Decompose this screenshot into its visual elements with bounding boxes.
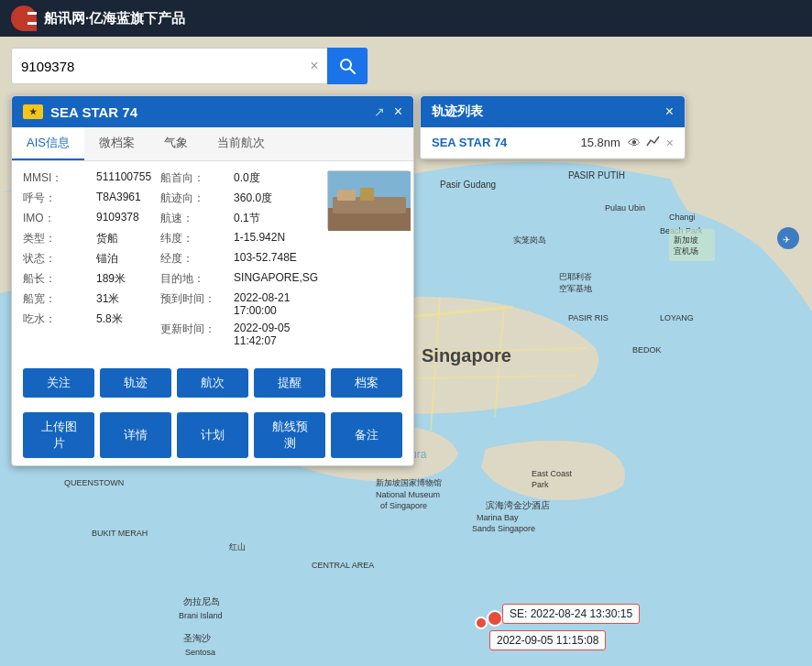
tab-micro-profile[interactable]: 微档案 <box>84 127 149 160</box>
search-input[interactable] <box>12 59 302 74</box>
svg-text:LOYANG: LOYANG <box>660 313 694 322</box>
search-button[interactable] <box>327 48 368 84</box>
svg-line-53 <box>350 69 355 73</box>
heading-label: 船首向： <box>160 170 234 186</box>
search-clear-button[interactable]: × <box>302 53 327 79</box>
length-label: 船长： <box>23 271 96 287</box>
heading-value: 0.0度 <box>234 170 260 186</box>
svg-text:PASIR RIS: PASIR RIS <box>568 313 609 322</box>
follow-button[interactable]: 关注 <box>23 368 94 398</box>
svg-text:PASIR PUTIH: PASIR PUTIH <box>568 170 625 180</box>
length-value: 189米 <box>96 271 126 287</box>
status-label: 状态： <box>23 251 96 267</box>
svg-text:East Coast: East Coast <box>532 469 573 478</box>
svg-point-50 <box>488 611 502 626</box>
svg-text:新加坡: 新加坡 <box>674 235 698 245</box>
svg-text:Brani Island: Brani Island <box>179 611 223 620</box>
speed-label: 航速： <box>160 211 234 226</box>
note-button[interactable]: 备注 <box>331 412 402 458</box>
imo-value: 9109378 <box>96 211 139 226</box>
ship-name-label: SEA STAR 74 <box>50 104 374 120</box>
route-predict-button[interactable]: 航线预测 <box>254 412 325 458</box>
upload-photo-button[interactable]: 上传图片 <box>23 412 94 458</box>
svg-rect-58 <box>360 188 374 201</box>
course-value: 360.0度 <box>234 191 272 206</box>
svg-text:Park: Park <box>532 480 549 489</box>
svg-text:✈: ✈ <box>783 235 790 245</box>
svg-text:Changi: Changi <box>669 213 696 222</box>
timestamp-label-2: 2022-09-05 11:15:08 <box>489 630 606 650</box>
eta-label: 预到时间： <box>160 291 234 317</box>
ship-thumbnail <box>327 170 410 230</box>
svg-text:圣淘沙: 圣淘沙 <box>183 633 211 643</box>
plan-button[interactable]: 计划 <box>177 412 248 458</box>
draft-value: 5.8米 <box>96 311 123 327</box>
ship-panel-tabs: AIS信息 微档案 气象 当前航次 <box>12 127 413 161</box>
callsign-value: T8A3961 <box>96 191 141 206</box>
track-item-icons: 👁 × <box>628 135 674 150</box>
flag-icon: ★ <box>23 104 43 119</box>
lon-value: 103-52.748E <box>234 251 297 267</box>
svg-text:CENTRAL AREA: CENTRAL AREA <box>312 561 374 570</box>
voyage-button[interactable]: 航次 <box>177 368 248 398</box>
svg-text:红山: 红山 <box>229 542 246 551</box>
mmsi-value: 511100755 <box>96 170 151 186</box>
action-buttons-row2: 上传图片 详情 计划 航线预测 备注 <box>12 405 413 465</box>
width-label: 船宽： <box>23 291 96 307</box>
tab-ais-info[interactable]: AIS信息 <box>12 127 84 160</box>
tab-weather[interactable]: 气象 <box>149 127 203 160</box>
svg-point-51 <box>476 617 487 628</box>
svg-text:Marina Bay: Marina Bay <box>477 513 519 522</box>
svg-text:Pasir Gudang: Pasir Gudang <box>440 180 496 190</box>
svg-text:实笼岗岛: 实笼岗岛 <box>513 235 546 245</box>
speed-value: 0.1节 <box>234 211 260 226</box>
detail-button[interactable]: 详情 <box>100 412 171 458</box>
ship-info-content: MMSI： 511100755 呼号： T8A3961 IMO： 9109378… <box>12 161 413 361</box>
alert-button[interactable]: 提醒 <box>254 368 325 398</box>
svg-text:BEDOK: BEDOK <box>632 345 662 355</box>
track-panel-header: 轨迹列表 × <box>421 96 685 127</box>
callsign-label: 呼号： <box>23 191 96 206</box>
track-panel-close-button[interactable]: × <box>665 104 674 120</box>
type-label: 类型： <box>23 231 96 246</box>
svg-text:Singapore: Singapore <box>422 345 511 366</box>
navbar: 船讯网·亿海蓝旗下产品 <box>0 0 812 37</box>
lon-label: 经度： <box>160 251 234 267</box>
lat-label: 纬度： <box>160 231 234 246</box>
lat-value: 1-15.942N <box>234 231 285 246</box>
eta-value: 2022-08-21 17:00:00 <box>234 291 318 317</box>
width-value: 31米 <box>96 291 119 307</box>
track-list-item: SEA STAR 74 15.8nm 👁 × <box>421 127 685 158</box>
logo-icon <box>11 5 37 31</box>
svg-rect-45 <box>669 229 715 261</box>
track-list-panel: 轨迹列表 × SEA STAR 74 15.8nm 👁 × <box>420 95 686 159</box>
track-item-close-icon[interactable]: × <box>666 136 674 150</box>
update-value: 2022-09-05 11:42:07 <box>234 322 318 347</box>
action-buttons-row1: 关注 轨迹 航次 提醒 档案 <box>12 361 413 405</box>
brand-name: 船讯网·亿海蓝旗下产品 <box>44 10 185 27</box>
eye-icon[interactable]: 👁 <box>628 136 641 150</box>
search-bar: × <box>11 48 368 84</box>
external-link-icon[interactable]: ↗ <box>374 104 385 119</box>
track-panel-title: 轨迹列表 <box>432 104 665 120</box>
chart-icon[interactable] <box>646 135 661 150</box>
imo-label: IMO： <box>23 211 96 226</box>
tab-current-voyage[interactable]: 当前航次 <box>203 127 280 160</box>
svg-text:Pulau Ubin: Pulau Ubin <box>605 203 645 213</box>
svg-text:QUEENSTOWN: QUEENSTOWN <box>64 478 124 487</box>
svg-rect-57 <box>337 190 356 201</box>
svg-text:Sands Singapore: Sands Singapore <box>472 524 535 533</box>
archive-button[interactable]: 档案 <box>331 368 402 398</box>
dest-label: 目的地： <box>160 271 234 287</box>
timestamp-label-1: SE: 2022-08-24 13:30:15 <box>502 604 640 624</box>
track-button[interactable]: 轨迹 <box>100 368 171 398</box>
ship-info-panel: ★ SEA STAR 74 ↗ × AIS信息 微档案 气象 当前航次 MMSI… <box>11 95 414 466</box>
track-item-name: SEA STAR 74 <box>432 136 573 149</box>
ship-panel-close-button[interactable]: × <box>394 104 402 120</box>
ship-info-left: MMSI： 511100755 呼号： T8A3961 IMO： 9109378… <box>23 170 318 352</box>
dest-value: SINGAPORE,SG <box>234 271 318 287</box>
mmsi-label: MMSI： <box>23 170 96 186</box>
update-label: 更新时间： <box>160 322 234 347</box>
svg-text:宜机场: 宜机场 <box>674 246 698 256</box>
svg-text:Sentosa: Sentosa <box>185 648 215 657</box>
